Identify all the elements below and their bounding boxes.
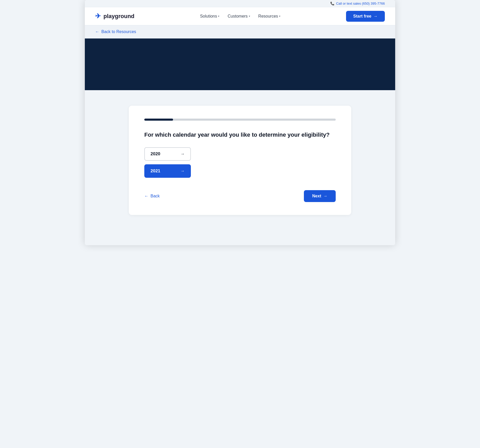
arrow-left-icon: ← (95, 29, 99, 34)
phone-bar: 📞 Call or text sales (650) 395-7766 (85, 0, 395, 7)
nav-customers-label: Customers (228, 14, 248, 19)
logo-text: playground (103, 13, 134, 20)
chevron-down-icon: ▾ (249, 15, 250, 18)
back-bar: ← Back to Resources (85, 25, 395, 38)
progress-bar-fill (144, 119, 173, 121)
phone-text: Call or text sales (650) 395-7766 (336, 2, 385, 5)
nav-links: Solutions ▾ Customers ▾ Resources ▾ (200, 14, 280, 19)
start-free-button[interactable]: Start free → (346, 11, 385, 22)
options-list: 2020 → 2021 → (144, 147, 336, 178)
logo-icon: ✈ (95, 12, 101, 20)
quiz-card: For which calendar year would you like t… (129, 106, 351, 215)
arrow-right-icon: → (373, 14, 378, 19)
option-2021-label: 2021 (151, 168, 160, 174)
progress-bar-container (144, 119, 336, 121)
arrow-right-icon: → (181, 169, 185, 173)
phone-icon: 📞 (330, 2, 334, 5)
back-label: Back (151, 194, 160, 198)
hero-section (85, 38, 395, 90)
main-area: For which calendar year would you like t… (85, 90, 395, 245)
logo[interactable]: ✈ playground (95, 12, 134, 20)
option-2020[interactable]: 2020 → (144, 147, 191, 161)
question-text: For which calendar year would you like t… (144, 131, 336, 139)
back-to-resources-link[interactable]: ← Back to Resources (95, 29, 136, 34)
next-button[interactable]: Next → (304, 190, 336, 202)
option-2021[interactable]: 2021 → (144, 164, 191, 178)
arrow-right-icon: → (181, 152, 185, 156)
nav-item-customers[interactable]: Customers ▾ (228, 14, 250, 19)
back-to-resources-label: Back to Resources (101, 29, 136, 34)
nav-solutions-label: Solutions (200, 14, 217, 19)
nav-item-resources[interactable]: Resources ▾ (258, 14, 280, 19)
next-label: Next (312, 194, 321, 198)
arrow-right-icon: → (323, 194, 327, 198)
nav-resources-label: Resources (258, 14, 278, 19)
card-footer: ← Back Next → (144, 190, 336, 202)
chevron-down-icon: ▾ (218, 15, 219, 18)
nav-item-solutions[interactable]: Solutions ▾ (200, 14, 219, 19)
page-wrapper: 📞 Call or text sales (650) 395-7766 ✈ pl… (85, 0, 395, 245)
phone-link[interactable]: 📞 Call or text sales (650) 395-7766 (330, 2, 385, 5)
start-free-label: Start free (353, 14, 371, 19)
option-2020-label: 2020 (151, 151, 160, 157)
chevron-down-icon: ▾ (279, 15, 280, 18)
arrow-left-icon: ← (144, 194, 148, 198)
navbar: ✈ playground Solutions ▾ Customers ▾ Res… (85, 7, 395, 25)
back-button[interactable]: ← Back (144, 194, 160, 198)
